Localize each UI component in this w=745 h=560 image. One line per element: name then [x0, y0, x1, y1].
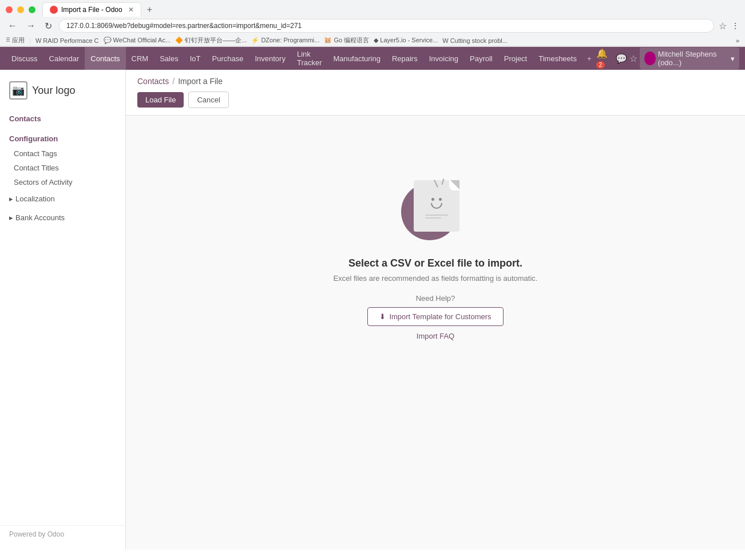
import-title: Select a CSV or Excel file to import. [348, 257, 522, 269]
nav-item-link-tracker[interactable]: Link Tracker [291, 47, 328, 70]
toolbar: Load File Cancel [137, 92, 734, 108]
nav-item-manufacturing[interactable]: Manufacturing [328, 47, 386, 70]
tab-bar: Import a File - Odoo ✕ + [0, 0, 745, 17]
max-btn[interactable] [29, 6, 35, 13]
new-tab-button[interactable]: + [144, 5, 156, 15]
app-nav: Discuss Calendar Contacts CRM Sales IoT … [0, 47, 745, 70]
chat-icon[interactable]: 💬 [616, 53, 627, 64]
doc-lines [425, 215, 448, 219]
sidebar-footer: Powered by Odoo [0, 525, 125, 543]
more-options-icon[interactable]: ⋮ [731, 21, 739, 30]
sidebar-contacts-section: Contacts [0, 109, 125, 129]
import-faq-link[interactable]: Import FAQ [417, 332, 454, 340]
sidebar-localization-header[interactable]: ▸ Localization [0, 192, 125, 206]
import-illustration [401, 177, 470, 246]
import-subtitle: Excel files are recommended as fields fo… [334, 274, 538, 283]
main-content: Contacts / Import a File Load File Cance… [126, 70, 745, 550]
nav-item-discuss[interactable]: Discuss [6, 47, 43, 70]
cancel-button[interactable]: Cancel [188, 92, 228, 108]
bookmark-4[interactable]: ⚡ DZone: Programmi... [251, 37, 319, 44]
doc-smile [431, 203, 442, 209]
load-file-button[interactable]: Load File [137, 92, 184, 108]
sidebar-bank-accounts-label: Bank Accounts [15, 213, 65, 222]
min-btn[interactable] [17, 6, 24, 13]
nav-item-project[interactable]: Project [498, 47, 533, 70]
nav-item-iot[interactable]: IoT [184, 47, 207, 70]
user-menu[interactable]: Mitchell Stephens (odo...) ▾ [640, 47, 739, 69]
powered-by-label: Powered by Odoo [9, 530, 64, 538]
sidebar: 📷 Your logo Contacts Configuration Conta… [0, 70, 126, 550]
bookmark-3[interactable]: 🔶 钉钉开放平台——企... [175, 36, 247, 45]
bookmark-6[interactable]: ◆ Layer5.io - Service... [374, 37, 438, 44]
bookmark-7[interactable]: W Cutting stock probl... [442, 37, 508, 44]
close-btn[interactable] [6, 6, 13, 13]
bookmark-5[interactable]: 🐹 Go 编程语言 [324, 36, 369, 45]
chevron-right-icon-2: ▸ [9, 213, 13, 222]
bookmark-star-icon[interactable]: ☆ [719, 21, 727, 31]
nav-item-sales[interactable]: Sales [154, 47, 184, 70]
doc-face [431, 198, 442, 209]
nav-item-calendar[interactable]: Calendar [43, 47, 85, 70]
sidebar-item-sectors[interactable]: Sectors of Activity [0, 175, 125, 189]
address-input[interactable] [59, 19, 714, 33]
more-bookmarks-icon[interactable]: » [736, 37, 739, 44]
breadcrumb-separator: / [172, 77, 175, 86]
tab-favicon [50, 6, 58, 14]
notification-icon[interactable]: 🔔2 [596, 48, 613, 69]
sidebar-contacts-header[interactable]: Contacts [0, 111, 125, 126]
doc-corner-fold [450, 180, 459, 189]
apps-bookmark[interactable]: ⠿ 应用 [6, 36, 25, 45]
doc-line-2 [425, 217, 441, 219]
sidebar-localization-group: ▸ Localization [0, 189, 125, 208]
doc-left-eye [431, 198, 434, 201]
breadcrumb: Contacts / Import a File [137, 77, 734, 86]
import-help-label: Need Help? [416, 294, 455, 303]
avatar [644, 51, 656, 65]
bookmark-1[interactable]: W RAID Performace C [35, 37, 99, 44]
sidebar-bank-accounts-header[interactable]: ▸ Bank Accounts [0, 211, 125, 225]
address-bar: ← → ↻ ☆ ⋮ [0, 17, 745, 35]
bookmarks-bar: ⠿ 应用 | W RAID Performace C 💬 WeChat Offi… [0, 35, 745, 46]
notification-badge: 2 [596, 61, 605, 69]
download-icon: ⬇ [379, 312, 386, 321]
import-area: Select a CSV or Excel file to import. Ex… [126, 116, 745, 402]
nav-item-purchase[interactable]: Purchase [207, 47, 249, 70]
doc-line-1 [425, 215, 448, 216]
doc-right-eye [439, 198, 442, 201]
sidebar-configuration-header[interactable]: Configuration [0, 131, 125, 146]
sidebar-item-contact-titles[interactable]: Contact Titles [0, 161, 125, 175]
add-app-icon[interactable]: + [582, 54, 596, 63]
nav-item-invoicing[interactable]: Invoicing [423, 47, 464, 70]
nav-item-payroll[interactable]: Payroll [464, 47, 498, 70]
reload-button[interactable]: ↻ [42, 19, 54, 33]
star-icon[interactable]: ☆ [629, 53, 637, 64]
chevron-down-icon: ▾ [731, 54, 735, 63]
nav-item-inventory[interactable]: Inventory [249, 47, 291, 70]
tab-title: Import a File - Odoo [61, 6, 122, 14]
chevron-right-icon: ▸ [9, 194, 13, 203]
doc-icon [414, 180, 459, 232]
bookmark-2[interactable]: 💬 WeChat Official Ac... [104, 37, 171, 44]
app-body: 📷 Your logo Contacts Configuration Conta… [0, 70, 745, 550]
back-button[interactable]: ← [6, 19, 19, 32]
nav-item-contacts[interactable]: Contacts [85, 47, 125, 70]
nav-item-crm[interactable]: CRM [126, 47, 154, 70]
nav-item-repairs[interactable]: Repairs [386, 47, 423, 70]
sidebar-configuration-section: Configuration Contact Tags Contact Title… [0, 129, 125, 229]
logo-icon: 📷 [9, 81, 27, 100]
user-label: Mitchell Stephens (odo...) [658, 50, 728, 67]
main-header: Contacts / Import a File Load File Cance… [126, 70, 745, 116]
forward-button[interactable]: → [24, 19, 38, 32]
tab-close-icon[interactable]: ✕ [128, 6, 134, 14]
sidebar-item-contact-tags[interactable]: Contact Tags [0, 146, 125, 161]
import-template-label: Import Template for Customers [389, 312, 491, 321]
browser-chrome: Import a File - Odoo ✕ + ← → ↻ ☆ ⋮ ⠿ 应用 … [0, 0, 745, 47]
sidebar-localization-label: Localization [15, 194, 55, 203]
breadcrumb-parent[interactable]: Contacts [137, 77, 169, 86]
nav-item-timesheets[interactable]: Timesheets [533, 47, 582, 70]
sidebar-bank-accounts-group: ▸ Bank Accounts [0, 208, 125, 227]
logo-text: Your logo [32, 85, 75, 97]
breadcrumb-current: Import a File [178, 77, 223, 86]
active-tab[interactable]: Import a File - Odoo ✕ [42, 2, 141, 17]
import-template-button[interactable]: ⬇ Import Template for Customers [367, 307, 503, 326]
